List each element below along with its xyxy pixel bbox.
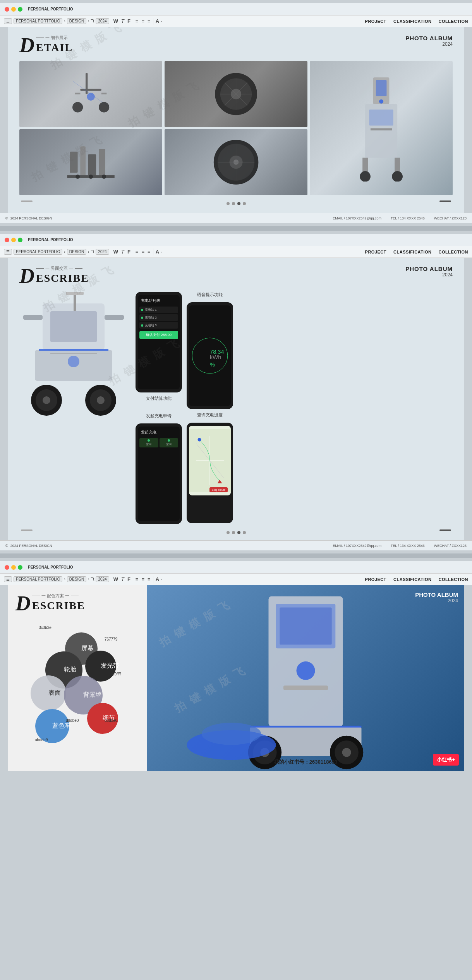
toolbar-2: ☰ PERSONAL PORTFOLIO › DESIGN › Tt 2024 … [0, 246, 472, 258]
align-left-icon-3[interactable]: ≡ [135, 576, 139, 582]
layout-icon-3[interactable]: ☰ [4, 576, 12, 582]
bubble-container: 3c3b3e 767779 b9ffff d8dbe0 d8dbe0 abdde… [19, 622, 136, 730]
align-center-icon-3[interactable]: ≡ [141, 576, 145, 582]
italic-icon-2[interactable]: T [120, 249, 125, 255]
robot-chassis-svg [19, 292, 128, 416]
breadcrumb-design-3[interactable]: DESIGN [67, 576, 86, 582]
dot-2-4[interactable] [243, 531, 246, 534]
tl-yellow-2[interactable] [11, 238, 16, 242]
year-btn-3[interactable]: 2024 [96, 576, 109, 582]
tl-yellow-3[interactable] [11, 565, 16, 570]
xiaohongshu-badge[interactable]: 小红书+ [433, 754, 459, 766]
svg-point-54 [68, 356, 79, 367]
italic-icon[interactable]: T [120, 18, 125, 24]
align-right-icon-3[interactable]: ≡ [147, 576, 151, 582]
dot-1-1[interactable] [227, 202, 230, 205]
dot-2-3[interactable] [237, 531, 240, 534]
color-left: D 一 配色方案 一 ESCRIBE 3c3b3e 767779 b9ffff … [8, 585, 147, 771]
color-badge-label: PHOTO ALBUM [415, 591, 458, 598]
breadcrumb-portfolio-3[interactable]: PERSONAL PORTFOLIO [14, 576, 62, 582]
nav-classification-3[interactable]: CLASSIFICATION [393, 577, 431, 582]
align-right-icon-2[interactable]: ≡ [147, 249, 151, 255]
nav-project-1[interactable]: PROJECT [365, 19, 386, 24]
italic-icon-3[interactable]: T [120, 576, 125, 582]
text-icon: Tt [91, 19, 94, 23]
layout-icon[interactable]: ☰ [4, 18, 12, 24]
svg-text:蓝色车: 蓝色车 [52, 722, 71, 729]
nav-classification-2[interactable]: CLASSIFICATION [393, 250, 431, 254]
font-icon-3[interactable]: A · [155, 576, 163, 582]
badge-year-2: 2024 [405, 272, 453, 278]
tl-red-3[interactable] [5, 565, 9, 570]
photo-album-badge-2: PHOTO ALBUM 2024 [405, 266, 453, 278]
dot-1-2[interactable] [232, 202, 235, 205]
toolbar-left-3: ☰ PERSONAL PORTFOLIO › DESIGN › Tt 2024 … [4, 576, 363, 583]
tl-yellow[interactable] [11, 7, 16, 12]
app-title-2: PERSONAL PORTFOLIO [28, 238, 73, 242]
sep1: › [88, 19, 89, 23]
svg-text:屏幕: 屏幕 [81, 645, 94, 651]
nav-collection-3[interactable]: COLLECTION [439, 577, 469, 582]
dot-2-2[interactable] [232, 531, 235, 534]
stop-btn[interactable]: Stop Route [209, 487, 228, 492]
breadcrumb-portfolio-2[interactable]: PERSONAL PORTFOLIO [14, 249, 62, 255]
nav-project-2[interactable]: PROJECT [365, 250, 386, 254]
top-bar-3: PERSONAL PORTFOLIO [0, 561, 472, 574]
font-icon-2[interactable]: A · [155, 249, 163, 255]
breadcrumb-portfolio[interactable]: PERSONAL PORTFOLIO [14, 18, 62, 24]
nav-collection-1[interactable]: COLLECTION [439, 19, 469, 24]
title-block-color: D 一 配色方案 一 ESCRIBE [15, 593, 139, 614]
bold-icon-2[interactable]: W [113, 249, 119, 255]
svg-rect-43 [23, 315, 43, 320]
align-left-icon-2[interactable]: ≡ [135, 249, 139, 255]
nav-project-3[interactable]: PROJECT [365, 577, 386, 582]
align-left-icon[interactable]: ≡ [135, 18, 139, 24]
align-center-icon-2[interactable]: ≡ [141, 249, 145, 255]
tl-red-2[interactable] [5, 238, 9, 242]
align-right-icon[interactable]: ≡ [147, 18, 151, 24]
cn-title-detail: 一 细节展示 [36, 35, 73, 41]
dot-1-4[interactable] [243, 202, 246, 205]
breadcrumb-design[interactable]: DESIGN [67, 18, 86, 24]
year-btn-2[interactable]: 2024 [96, 249, 109, 255]
dot-2-1[interactable] [227, 531, 230, 534]
big-letter-detail: D [19, 35, 34, 56]
breadcrumb-design-2[interactable]: DESIGN [67, 249, 86, 255]
phone-screen-map: Stop Route [189, 426, 231, 495]
pay-btn[interactable]: 确认支付 288.00 [139, 331, 178, 339]
svg-rect-86 [283, 685, 328, 690]
tl-green[interactable] [18, 7, 22, 12]
nav-classification-1[interactable]: CLASSIFICATION [393, 19, 431, 24]
year-btn[interactable]: 2024 [96, 18, 109, 24]
color-label-d8dbe0b: d8dbe0 [105, 718, 117, 723]
dot-1-3[interactable] [237, 202, 240, 205]
tl-green-2[interactable] [18, 238, 22, 242]
align-center-icon[interactable]: ≡ [141, 18, 145, 24]
phone-green: 78.34 kWh % 1:10 32 190 [187, 302, 233, 409]
title-rest-color: ESCRIBE [32, 600, 85, 612]
layout-icon-2[interactable]: ☰ [4, 249, 12, 255]
bold-icon-3[interactable]: W [113, 576, 119, 582]
charging-item-2: 充电站 2 [139, 314, 178, 321]
tl-green-3[interactable] [18, 565, 22, 570]
format-icon-3[interactable]: F [127, 576, 131, 582]
progress-mini-2 [439, 200, 451, 202]
wheel-large-svg [179, 136, 293, 188]
font-icon[interactable]: A · [155, 18, 163, 24]
format-icon[interactable]: F [127, 18, 131, 24]
nav-right-3: PROJECT CLASSIFICATION COLLECTION [365, 577, 468, 582]
tl-red[interactable] [5, 7, 9, 12]
wheel-svg [179, 68, 293, 120]
bold-icon[interactable]: W [113, 18, 119, 24]
photo-cell-4 [19, 129, 162, 195]
color-label-3c3b3e: 3c3b3e [39, 625, 51, 630]
format-icon-2[interactable]: F [127, 249, 131, 255]
nav-collection-2[interactable]: COLLECTION [439, 250, 469, 254]
svg-rect-84 [280, 608, 331, 645]
footer-copyright-text-2: 2024 PERSONAL DESIGN [10, 544, 52, 548]
badge-year-1: 2024 [405, 41, 453, 47]
slide-describe: 拍 键 模 版 飞 拍 键 模 版 飞 PHOTO ALBUM 2024 D 一… [8, 258, 464, 540]
robot-arm-svg [34, 68, 148, 120]
toolbar-1: ☰ PERSONAL PORTFOLIO › DESIGN › Tt 2024 … [0, 15, 472, 27]
map-svg [189, 426, 231, 495]
